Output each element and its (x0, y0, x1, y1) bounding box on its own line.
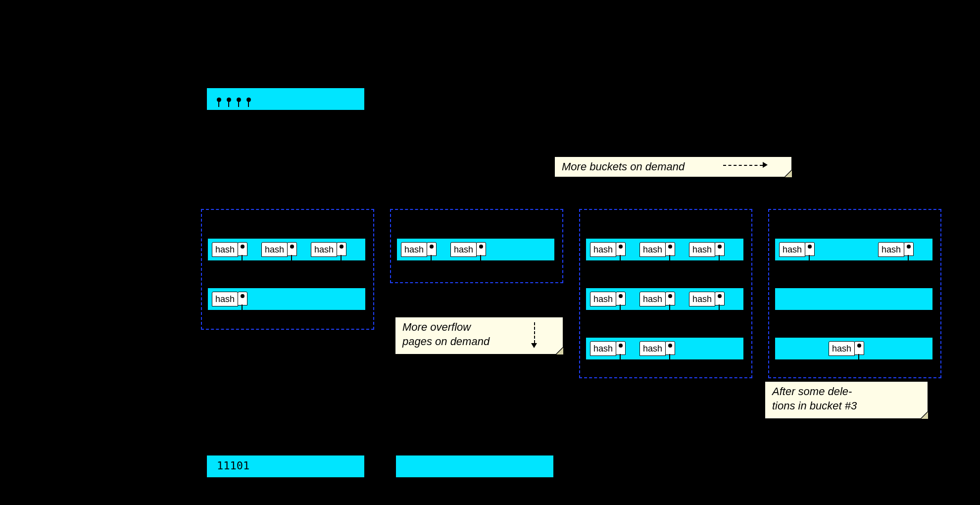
ptr-tail (242, 304, 243, 312)
hash-entry: hash (779, 242, 805, 257)
hash-ptr (665, 341, 675, 355)
ptr-tail (291, 255, 292, 263)
ptr-tail (908, 255, 909, 263)
hash-entry: hash (639, 341, 666, 356)
hash-ptr (854, 341, 864, 355)
hash-ptr (665, 292, 675, 305)
ptr-tail (242, 255, 243, 263)
note-more-overflow: More overflow pages on demand (395, 317, 563, 354)
hash-ptr (715, 292, 725, 305)
ptr-tail (719, 304, 720, 312)
meta-dot-stem (248, 102, 249, 107)
hash-entry: hash (261, 242, 288, 257)
hash-entry: hash (212, 292, 238, 306)
ptr-tail (669, 255, 670, 263)
note-text-l1: After some dele- (772, 385, 852, 398)
hash-ptr (616, 341, 626, 355)
hash-ptr (805, 242, 815, 256)
ptr-tail (620, 354, 621, 362)
hash-ptr (665, 242, 675, 256)
ptr-tail (858, 354, 859, 362)
hash-entry: hash (590, 292, 616, 306)
meta-dot (227, 98, 231, 102)
note-more-buckets: More buckets on demand (554, 156, 792, 177)
hash-entry: hash (401, 242, 427, 257)
hash-entry: hash (450, 242, 477, 257)
hash-entry: hash (829, 341, 855, 356)
hash-entry: hash (878, 242, 904, 257)
hash-ptr (715, 242, 725, 256)
hash-ptr (337, 242, 346, 256)
hash-ptr (287, 242, 297, 256)
hash-entry: hash (639, 292, 666, 306)
hash-ptr (238, 292, 247, 305)
hash-entry: hash (590, 242, 616, 257)
hash-ptr (616, 242, 626, 256)
ptr-tail (620, 255, 621, 263)
hash-entry: hash (212, 242, 238, 257)
note-text: More buckets on demand (562, 160, 685, 173)
bucket-0-frame (201, 209, 374, 330)
ptr-tail (809, 255, 810, 263)
hash-entry: hash (639, 242, 666, 257)
hash-entry: hash (689, 292, 715, 306)
ptr-tail (719, 255, 720, 263)
hash-entry: hash (590, 341, 616, 356)
ptr-tail (341, 255, 342, 263)
hash-ptr (427, 242, 437, 256)
hash-entry: hash (689, 242, 715, 257)
hash-entry: hash (311, 242, 337, 257)
note-text-l2: pages on demand (402, 335, 490, 348)
note-text-l2: tions in bucket #3 (772, 400, 857, 412)
meta-dot (217, 98, 221, 102)
ptr-tail (620, 304, 621, 312)
hash-ptr (904, 242, 914, 256)
meta-dot-stem (228, 102, 229, 107)
note-deletions: After some dele- tions in bucket #3 (765, 381, 928, 419)
meta-dot-stem (238, 102, 239, 107)
bitmap-page-2 (396, 455, 553, 477)
hash-ptr (476, 242, 486, 256)
hash-ptr (238, 242, 247, 256)
ptr-tail (669, 304, 670, 312)
bitmap-value: 11101 (217, 459, 249, 472)
meta-dot (246, 98, 251, 102)
ptr-tail (431, 255, 432, 263)
ptr-tail (480, 255, 481, 263)
hash-ptr (616, 292, 626, 305)
bucket3a-overflow-1 (775, 288, 932, 310)
ptr-tail (669, 354, 670, 362)
meta-dot-stem (218, 102, 219, 107)
meta-dot (237, 98, 241, 102)
note-text-l1: More overflow (402, 321, 471, 333)
